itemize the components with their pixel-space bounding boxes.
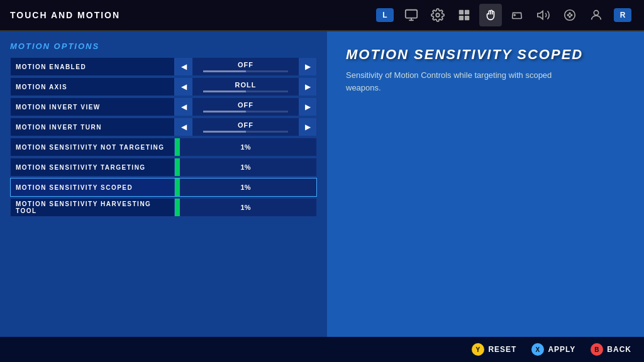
slider-value-motion_sensitivity_targeting: 1% [175, 163, 316, 171]
setting-row-motion_invert_turn[interactable]: MOTION INVERT TURN◀OFF▶ [10, 118, 317, 136]
setting-label-motion_enabled: MOTION ENABLED [11, 63, 174, 70]
slider-green-indicator-motion_sensitivity_not_targeting [175, 138, 180, 156]
setting-label-motion_sensitivity_scoped: MOTION SENSITIVITY SCOPED [11, 184, 174, 191]
slider-track-motion_sensitivity_harvesting_tool: 1% [175, 199, 316, 216]
bottom-action-apply[interactable]: XAPPLY [531, 343, 575, 356]
toggle-bar-motion_invert_view [203, 111, 288, 112]
toggle-bar-motion_enabled [203, 70, 288, 72]
top-bar: TOUCH AND MOTION L [0, 0, 644, 31]
setting-row-motion_sensitivity_targeting[interactable]: MOTION SENSITIVITY TARGETING1% [10, 158, 317, 177]
arrow-right-motion_invert_view[interactable]: ▶ [299, 98, 316, 116]
settings-list: MOTION ENABLED◀OFF▶MOTION AXIS◀ROLL▶MOTI… [10, 57, 317, 217]
slider-value-motion_sensitivity_not_targeting: 1% [175, 143, 316, 151]
right-panel: MOTION SENSITIVITY SCOPED Sensitivity of… [327, 31, 644, 337]
toggle-value-area-motion_invert_view: OFF [192, 101, 299, 112]
toggle-value-area-motion_invert_turn: OFF [192, 121, 299, 133]
slider-green-indicator-motion_sensitivity_scoped [175, 178, 180, 196]
R-badge: R [614, 8, 631, 22]
toggle-bar-motion_invert_turn [203, 131, 288, 133]
toggle-bar-fill-motion_invert_view [203, 111, 246, 112]
toggle-bar-fill-motion_enabled [203, 70, 246, 72]
nav-tab-L[interactable]: L [374, 4, 396, 26]
toggle-bar-motion_axis [203, 90, 288, 92]
setting-row-motion_enabled[interactable]: MOTION ENABLED◀OFF▶ [10, 57, 317, 76]
button-circle-apply: X [531, 343, 544, 356]
arrow-left-motion_axis[interactable]: ◀ [175, 78, 192, 96]
nav-tab-audio[interactable] [532, 4, 555, 26]
arrow-left-motion_enabled[interactable]: ◀ [175, 58, 192, 75]
svg-rect-5 [465, 10, 469, 14]
nav-icons: L [374, 4, 634, 26]
arrow-right-motion_invert_turn[interactable]: ▶ [299, 118, 316, 136]
main-content: MOTION OPTIONS MOTION ENABLED◀OFF▶MOTION… [0, 31, 644, 337]
button-circle-reset: Y [472, 343, 484, 356]
slider-green-indicator-motion_sensitivity_harvesting_tool [175, 199, 180, 216]
bottom-action-back[interactable]: BBACK [591, 343, 631, 356]
toggle-value-motion_enabled: OFF [238, 61, 253, 69]
svg-point-3 [436, 13, 440, 17]
L-badge: L [376, 8, 394, 22]
svg-point-12 [569, 13, 570, 14]
arrow-right-motion_enabled[interactable]: ▶ [299, 58, 316, 75]
nav-tab-display[interactable] [453, 4, 475, 26]
button-circle-back: B [591, 343, 603, 356]
slider-control-motion_sensitivity_scoped[interactable]: 1% [174, 178, 316, 196]
slider-control-motion_sensitivity_not_targeting[interactable]: 1% [174, 138, 316, 156]
nav-tab-settings[interactable] [426, 4, 449, 26]
setting-label-motion_axis: MOTION AXIS [11, 84, 174, 90]
svg-rect-0 [406, 10, 417, 18]
slider-value-motion_sensitivity_scoped: 1% [175, 184, 316, 191]
setting-row-motion_sensitivity_harvesting_tool[interactable]: MOTION SENSITIVITY HARVESTING TOOL1% [10, 198, 317, 217]
svg-point-13 [569, 16, 570, 18]
button-label-apply: APPLY [548, 345, 575, 354]
toggle-control-motion_enabled: ◀OFF▶ [174, 58, 316, 75]
svg-point-10 [567, 14, 569, 16]
setting-row-motion_sensitivity_scoped[interactable]: MOTION SENSITIVITY SCOPED1% [10, 178, 317, 197]
arrow-right-motion_axis[interactable]: ▶ [299, 78, 316, 96]
left-panel: MOTION OPTIONS MOTION ENABLED◀OFF▶MOTION… [0, 31, 327, 337]
button-label-reset: RESET [488, 345, 516, 354]
svg-point-11 [571, 14, 572, 16]
svg-rect-7 [465, 16, 469, 20]
section-title: MOTION OPTIONS [10, 41, 317, 51]
slider-control-motion_sensitivity_targeting[interactable]: 1% [174, 158, 316, 176]
setting-row-motion_sensitivity_not_targeting[interactable]: MOTION SENSITIVITY NOT TARGETING1% [10, 138, 317, 156]
svg-rect-6 [459, 16, 464, 20]
toggle-value-area-motion_axis: ROLL [192, 81, 299, 92]
nav-tab-user[interactable] [585, 4, 608, 26]
setting-label-motion_sensitivity_targeting: MOTION SENSITIVITY TARGETING [11, 164, 174, 171]
toggle-value-area-motion_enabled: OFF [192, 61, 299, 72]
detail-description: Sensitivity of Motion Controls while tar… [346, 69, 560, 94]
setting-label-motion_invert_turn: MOTION INVERT TURN [11, 124, 174, 131]
slider-control-motion_sensitivity_harvesting_tool[interactable]: 1% [174, 199, 316, 216]
nav-tab-controller[interactable] [558, 4, 581, 26]
svg-marker-8 [538, 11, 543, 19]
slider-track-motion_sensitivity_scoped: 1% [175, 178, 316, 196]
bottom-bar: YRESETXAPPLYBBACK [0, 337, 644, 362]
slider-track-motion_sensitivity_not_targeting: 1% [175, 138, 316, 156]
slider-value-motion_sensitivity_harvesting_tool: 1% [175, 204, 316, 211]
toggle-value-motion_invert_view: OFF [238, 101, 253, 109]
svg-point-9 [565, 10, 575, 21]
toggle-value-motion_axis: ROLL [235, 81, 257, 89]
bottom-action-reset[interactable]: YRESET [472, 343, 516, 356]
setting-row-motion_axis[interactable]: MOTION AXIS◀ROLL▶ [10, 77, 317, 96]
nav-tab-R[interactable]: R [611, 4, 634, 26]
toggle-control-motion_invert_view: ◀OFF▶ [174, 98, 316, 116]
svg-rect-4 [459, 10, 464, 14]
toggle-control-motion_invert_turn: ◀OFF▶ [174, 118, 316, 136]
arrow-left-motion_invert_turn[interactable]: ◀ [175, 118, 192, 136]
nav-tab-monitor[interactable] [400, 4, 423, 26]
button-label-back: BACK [607, 345, 631, 354]
setting-label-motion_sensitivity_not_targeting: MOTION SENSITIVITY NOT TARGETING [11, 144, 174, 151]
toggle-value-motion_invert_turn: OFF [238, 121, 253, 129]
nav-tab-gamepad[interactable] [506, 4, 528, 26]
setting-label-motion_sensitivity_harvesting_tool: MOTION SENSITIVITY HARVESTING TOOL [11, 200, 174, 214]
setting-label-motion_invert_view: MOTION INVERT VIEW [11, 104, 174, 111]
slider-track-motion_sensitivity_targeting: 1% [175, 158, 316, 176]
page-title: TOUCH AND MOTION [10, 10, 120, 20]
nav-tab-touch[interactable] [479, 4, 502, 26]
setting-row-motion_invert_view[interactable]: MOTION INVERT VIEW◀OFF▶ [10, 97, 317, 116]
arrow-left-motion_invert_view[interactable]: ◀ [175, 98, 192, 116]
detail-title: MOTION SENSITIVITY SCOPED [346, 47, 625, 63]
